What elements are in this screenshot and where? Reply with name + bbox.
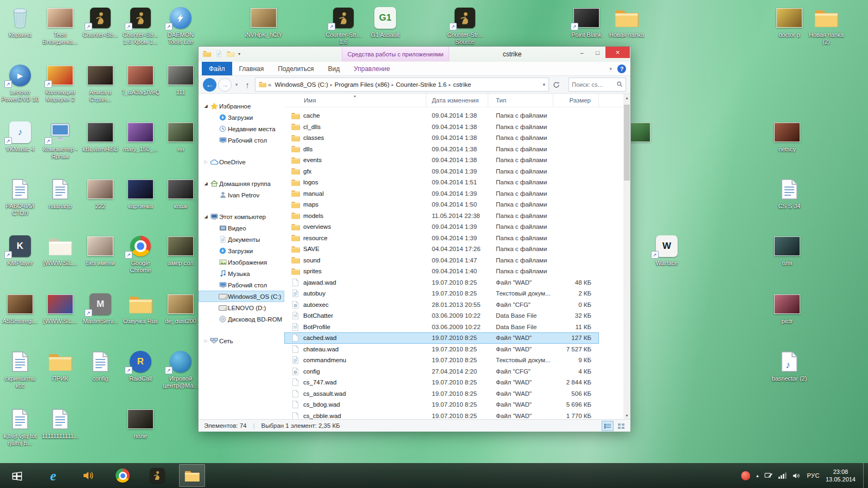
breadcrumb-item[interactable]: cstrike: [451, 81, 473, 88]
file-row[interactable]: cached.wad19.07.2010 8:25Файл "WAD"127 К…: [284, 332, 599, 344]
desktop-icon[interactable]: Без имени: [81, 234, 119, 267]
start-button[interactable]: [2, 463, 31, 488]
breadcrumb-item[interactable]: Counter-Strike 1.6: [394, 81, 448, 88]
file-row[interactable]: SAVE04.04.2014 17:26Папка с файлами: [284, 243, 599, 255]
nav-item[interactable]: ◢Домашняя группа: [199, 178, 284, 189]
collapse-arrow-icon[interactable]: ◢: [203, 104, 209, 108]
language-indicator[interactable]: РУС: [807, 472, 820, 479]
taskbar-button-internet-explorer[interactable]: e: [40, 464, 66, 487]
collapse-arrow-icon[interactable]: ◢: [203, 214, 209, 219]
desktop-icon[interactable]: ▶↗Lenovo PowerDVD 10: [1, 63, 39, 103]
nav-item[interactable]: LENOVO (D:): [199, 302, 284, 313]
desktop-icon[interactable]: ↗Counter-Str...: [81, 5, 119, 38]
ribbon-tab-file[interactable]: Файл: [202, 62, 232, 75]
icons-view-button[interactable]: [615, 421, 627, 431]
desktop-icon[interactable]: ↗Counter-Str... 1.6: [324, 5, 362, 46]
expand-arrow-icon[interactable]: ▷: [203, 338, 209, 343]
desktop-icon[interactable]: mary_150_...: [122, 120, 159, 153]
desktop-icon[interactable]: K↗KMPlayer: [1, 234, 39, 267]
tablet-pen-tray-icon[interactable]: [764, 472, 773, 479]
file-row[interactable]: sound09.04.2014 1:47Папка с файлами: [284, 255, 599, 266]
ribbon-tab-view[interactable]: Вид: [321, 62, 347, 75]
desktop-icon[interactable]: ↗Point Blank: [567, 5, 605, 38]
forward-button[interactable]: →: [218, 78, 232, 92]
back-button[interactable]: ←: [203, 78, 216, 92]
details-view-button[interactable]: [602, 421, 614, 431]
file-row[interactable]: models11.05.2014 22:38Папка с файлами: [284, 210, 599, 222]
nav-item[interactable]: Дисковод BD-ROM: [199, 313, 284, 325]
desktop-icon[interactable]: ↗DAEMON Tools Lite: [162, 5, 200, 46]
taskbar-button-audio-manager[interactable]: [75, 464, 101, 487]
column-header-name[interactable]: Имя▴: [284, 94, 426, 107]
desktop-icon[interactable]: config: [81, 349, 119, 382]
desktop-icon[interactable]: Новая папка (2): [807, 5, 845, 46]
desktop-icon[interactable]: ↗Google Chrome: [122, 234, 159, 274]
desktop-icon[interactable]: CS S 34: [770, 177, 808, 210]
file-row[interactable]: autobuy19.07.2010 8:25Текстовый докум...…: [284, 288, 599, 299]
ribbon-tab-share[interactable]: Поделиться: [271, 62, 321, 75]
close-button[interactable]: ×: [605, 47, 630, 58]
breadcrumb-overflow[interactable]: «: [268, 81, 271, 88]
desktop-icon[interactable]: оля: [768, 234, 806, 267]
nav-item[interactable]: ▷Сеть: [199, 335, 284, 346]
network-signal-tray-icon[interactable]: [778, 472, 787, 479]
nav-item[interactable]: Ivan Petrov: [199, 189, 284, 201]
vertical-scrollbar[interactable]: ▴ ▾: [623, 94, 630, 419]
file-row[interactable]: maps09.04.2014 1:50Папка с файлами: [284, 199, 599, 210]
nav-item[interactable]: Музыка: [199, 268, 284, 279]
nav-item[interactable]: Загрузки: [199, 112, 284, 123]
column-header-date[interactable]: Дата изменения: [426, 94, 488, 107]
file-row[interactable]: resource09.04.2014 1:39Папка с файлами: [284, 233, 599, 244]
file-row[interactable]: dlls09.04.2014 1:38Папка с файлами: [284, 144, 599, 155]
file-row[interactable]: cl_dlls09.04.2014 1:38Папка с файлами: [284, 121, 599, 133]
file-row[interactable]: BotProfile03.06.2009 10:22Data Base File…: [284, 322, 599, 333]
desktop-icon[interactable]: ↗Коллекция Морхухн 2: [41, 63, 79, 103]
desktop-icon[interactable]: ПРИК: [41, 349, 79, 382]
nav-item[interactable]: Рабочий стол: [199, 134, 284, 146]
scroll-up-icon[interactable]: ▴: [623, 94, 630, 101]
file-row[interactable]: chateau.wad19.07.2010 8:25Файл "WAD"7 52…: [284, 344, 599, 355]
desktop-icon[interactable]: Корзина: [1, 5, 39, 38]
file-row[interactable]: cache09.04.2014 1:38Папка с файлами: [284, 110, 599, 121]
desktop-icon[interactable]: поле: [122, 407, 159, 440]
desktop-icon[interactable]: ♪basnectar (2): [770, 349, 808, 382]
clock[interactable]: 23:08 13.05.2014: [826, 468, 856, 484]
ribbon-tab-home[interactable]: Главная: [232, 62, 271, 75]
desktop-icon[interactable]: РАБОЧИЙ СТОЛ: [1, 177, 39, 217]
desktop-icon[interactable]: pictr: [768, 292, 806, 325]
address-box[interactable]: « Windows8_OS (C:)▸Program Files (x86)▸C…: [255, 78, 549, 92]
expand-ribbon-chevron-icon[interactable]: ▾: [609, 66, 612, 72]
desktop-icon[interactable]: k,bvjt vjtq tot rjulfnj b...: [1, 407, 39, 447]
desktop-icon[interactable]: кошк: [162, 177, 200, 210]
file-row[interactable]: BotChatter03.06.2009 10:22Data Base File…: [284, 310, 599, 322]
nav-item[interactable]: Изображения: [199, 256, 284, 268]
taskbar-button-file-explorer[interactable]: [179, 464, 205, 487]
file-row[interactable]: logos09.04.2014 1:51Папка с файлами: [284, 177, 599, 188]
desktop-icon[interactable]: нн: [162, 120, 200, 153]
file-row[interactable]: overviews09.04.2014 1:39Папка с файлами: [284, 221, 599, 233]
scroll-down-icon[interactable]: ▾: [623, 412, 630, 419]
file-row[interactable]: autoexec28.01.2013 20:55Файл "CFG"0 КБ: [284, 299, 599, 311]
desktop-icon[interactable]: Teen Блондинка...: [41, 5, 79, 46]
desktop-icon[interactable]: Алиса в Стран...: [81, 63, 119, 103]
desktop-icon[interactable]: M↗MasterServ...: [81, 292, 119, 325]
file-row[interactable]: cs_assault.wad19.07.2010 8:25Файл "WAD"5…: [284, 388, 599, 400]
tray-expand-icon[interactable]: ▴: [756, 473, 759, 478]
file-row[interactable]: commandmenu19.07.2010 8:25Текстовый доку…: [284, 355, 599, 366]
file-row[interactable]: config27.04.2014 2:20Файл "CFG"4 КБ: [284, 366, 599, 377]
taskbar-button-google-chrome[interactable]: [110, 464, 136, 487]
desktop-icon[interactable]: 7_uA3aqJVeQ: [122, 63, 159, 96]
explorer-app-icon[interactable]: [202, 49, 211, 58]
show-desktop-button[interactable]: [863, 463, 868, 488]
nav-item[interactable]: Загрузки: [199, 245, 284, 256]
file-row[interactable]: manual09.04.2014 1:39Папка с файлами: [284, 188, 599, 200]
desktop-icon[interactable]: kBLvismHi5U: [81, 120, 119, 153]
scrollbar-thumb[interactable]: [624, 105, 630, 181]
desktop-icon[interactable]: doctor p: [770, 5, 808, 38]
column-header-type[interactable]: Тип: [488, 94, 553, 107]
minimize-button[interactable]: –: [574, 47, 590, 58]
breadcrumb-item[interactable]: Program Files (x86): [333, 81, 391, 88]
maximize-button[interactable]: □: [590, 47, 605, 58]
volume-tray-icon[interactable]: [793, 472, 801, 479]
column-header-size[interactable]: Размер: [553, 94, 599, 107]
